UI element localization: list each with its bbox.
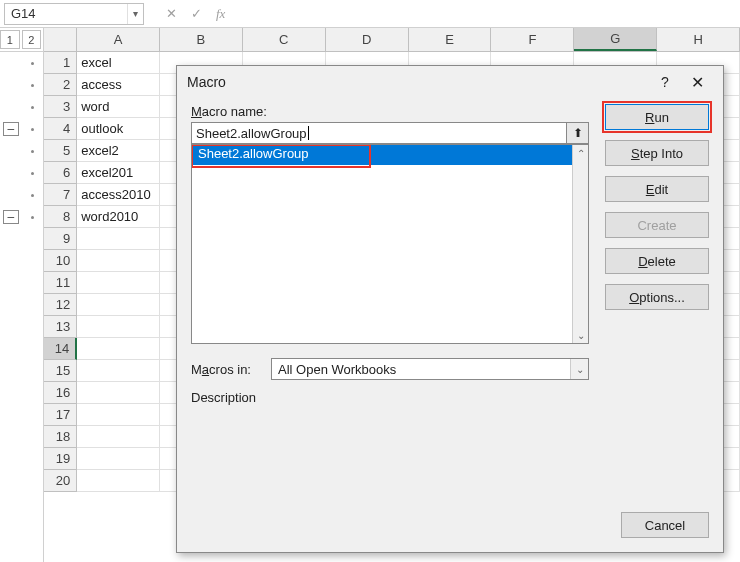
row-header-9[interactable]: 9 [44,228,77,250]
column-header-D[interactable]: D [326,28,409,51]
column-headers: ABCDEFGH [44,28,740,52]
outline-strip: 1 2 –– [0,28,44,562]
formula-bar: G14 ▾ ✕ ✓ fx [0,0,740,28]
scroll-up-icon[interactable]: ⌃ [573,145,588,161]
options-button[interactable]: Options... [605,284,709,310]
cell-A3[interactable]: word [77,96,160,118]
macro-list-item[interactable]: Sheet2.allowGroup [192,145,572,165]
cell-A13[interactable] [77,316,160,338]
delete-button[interactable]: Delete [605,248,709,274]
name-box-value: G14 [5,6,127,21]
help-icon[interactable]: ? [649,74,681,90]
outline-collapse-button[interactable]: – [3,122,19,136]
macro-name-input[interactable]: Sheet2.allowGroup [191,122,567,144]
macro-name-value: Sheet2.allowGroup [196,126,307,141]
row-header-4[interactable]: 4 [44,118,77,140]
row-header-2[interactable]: 2 [44,74,77,96]
column-header-F[interactable]: F [491,28,574,51]
row-header-11[interactable]: 11 [44,272,77,294]
cell-A18[interactable] [77,426,160,448]
row-header-6[interactable]: 6 [44,162,77,184]
name-box[interactable]: G14 ▾ [4,3,144,25]
cell-A12[interactable] [77,294,160,316]
chevron-down-icon[interactable]: ⌄ [570,359,588,379]
cancel-button[interactable]: Cancel [621,512,709,538]
row-header-5[interactable]: 5 [44,140,77,162]
outline-level-2[interactable]: 2 [22,30,42,49]
formula-controls: ✕ ✓ fx [148,6,225,22]
row-header-13[interactable]: 13 [44,316,77,338]
row-header-16[interactable]: 16 [44,382,77,404]
macro-list[interactable]: Sheet2.allowGroup ⌃ ⌄ [191,144,589,344]
column-header-H[interactable]: H [657,28,740,51]
cell-A19[interactable] [77,448,160,470]
row-header-15[interactable]: 15 [44,360,77,382]
cancel-formula-icon: ✕ [166,6,177,21]
cell-A14[interactable] [77,338,160,360]
cell-A7[interactable]: access2010 [77,184,160,206]
edit-button[interactable]: Edit [605,176,709,202]
cell-A15[interactable] [77,360,160,382]
column-header-E[interactable]: E [409,28,492,51]
row-header-20[interactable]: 20 [44,470,77,492]
cell-A17[interactable] [77,404,160,426]
dialog-title: Macro [187,74,649,90]
cell-A4[interactable]: outlook [77,118,160,140]
cell-A1[interactable]: excel [77,52,160,74]
row-header-3[interactable]: 3 [44,96,77,118]
row-header-18[interactable]: 18 [44,426,77,448]
scroll-down-icon[interactable]: ⌄ [573,327,588,343]
column-header-C[interactable]: C [243,28,326,51]
cell-A10[interactable] [77,250,160,272]
macros-in-label: Macros in: [191,362,261,377]
row-header-10[interactable]: 10 [44,250,77,272]
list-scrollbar[interactable]: ⌃ ⌄ [572,145,588,343]
row-header-17[interactable]: 17 [44,404,77,426]
row-header-7[interactable]: 7 [44,184,77,206]
run-button[interactable]: Run [605,104,709,130]
column-header-B[interactable]: B [160,28,243,51]
macros-in-value: All Open Workbooks [278,362,396,377]
column-header-G[interactable]: G [574,28,657,51]
cell-A9[interactable] [77,228,160,250]
row-header-14[interactable]: 14 [44,338,77,360]
cell-A2[interactable]: access [77,74,160,96]
cell-A20[interactable] [77,470,160,492]
outline-collapse-button[interactable]: – [3,210,19,224]
row-header-8[interactable]: 8 [44,206,77,228]
create-button: Create [605,212,709,238]
description-label: Description [191,390,589,405]
outline-level-1[interactable]: 1 [0,30,20,49]
macro-dialog: Macro ? ✕ Macro name: Sheet2.allowGroup … [176,65,724,553]
accept-formula-icon: ✓ [191,6,202,21]
reference-collapse-icon[interactable]: ⬆ [567,122,589,144]
name-box-dropdown-icon[interactable]: ▾ [127,4,143,24]
cell-A16[interactable] [77,382,160,404]
cell-A5[interactable]: excel2 [77,140,160,162]
macro-name-label: Macro name: [191,104,589,119]
cell-A8[interactable]: word2010 [77,206,160,228]
row-header-19[interactable]: 19 [44,448,77,470]
row-header-12[interactable]: 12 [44,294,77,316]
step-into-button[interactable]: Step Into [605,140,709,166]
cell-A6[interactable]: excel201 [77,162,160,184]
row-header-1[interactable]: 1 [44,52,77,74]
close-icon[interactable]: ✕ [681,73,713,92]
dialog-titlebar[interactable]: Macro ? ✕ [177,66,723,98]
cell-A11[interactable] [77,272,160,294]
macros-in-select[interactable]: All Open Workbooks ⌄ [271,358,589,380]
select-all-corner[interactable] [44,28,77,51]
column-header-A[interactable]: A [77,28,160,51]
outline-level-header: 1 2 [0,28,43,52]
fx-icon[interactable]: fx [216,6,225,22]
